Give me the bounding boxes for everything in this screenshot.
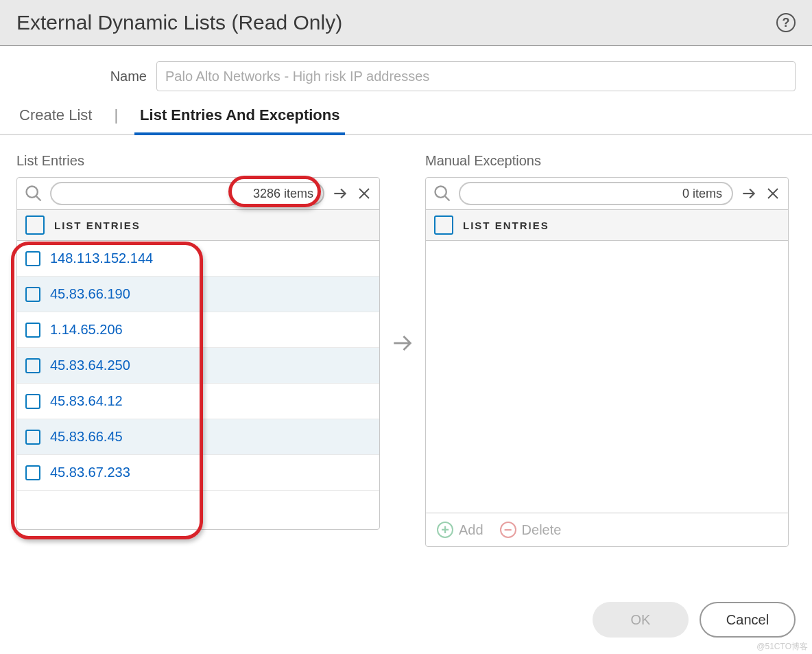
apply-filter-icon[interactable] — [331, 185, 349, 202]
manual-exceptions-column-label: LIST ENTRIES — [463, 220, 549, 231]
name-row: Name — [0, 46, 812, 98]
list-entry-row[interactable]: 45.83.67.233 — [17, 455, 379, 491]
search-icon[interactable] — [24, 184, 43, 203]
add-label: Add — [459, 522, 483, 538]
ip-address[interactable]: 148.113.152.144 — [50, 250, 153, 266]
manual-exceptions-footer: + Add − Delete — [426, 513, 788, 546]
row-checkbox[interactable] — [25, 430, 40, 445]
apply-filter-icon[interactable] — [740, 185, 758, 202]
manual-exceptions-column-header: LIST ENTRIES — [426, 210, 788, 241]
row-checkbox[interactable] — [25, 251, 40, 266]
manual-exceptions-label: Manual Exceptions — [425, 153, 789, 169]
name-label: Name — [16, 69, 147, 84]
list-entries-panel: List Entries 3286 items — [16, 153, 380, 530]
manual-exceptions-count-pill[interactable]: 0 items — [459, 182, 733, 205]
ip-address[interactable]: 45.83.64.250 — [50, 358, 130, 373]
tab-list-entries[interactable]: List Entries And Exceptions — [137, 98, 342, 134]
ip-address[interactable]: 45.83.66.45 — [50, 429, 123, 445]
select-all-checkbox[interactable] — [25, 215, 45, 235]
list-entry-row[interactable]: 45.83.64.12 — [17, 384, 379, 419]
dialog-title: External Dynamic Lists (Read Only) — [16, 11, 342, 34]
clear-filter-icon[interactable] — [765, 185, 781, 202]
add-button[interactable]: + Add — [437, 522, 483, 538]
manual-exceptions-search-bar: 0 items — [426, 178, 788, 210]
row-checkbox[interactable] — [25, 394, 40, 409]
list-entries-column-label: LIST ENTRIES — [54, 220, 141, 231]
watermark: @51CTO博客 — [756, 641, 808, 653]
delete-label: Delete — [522, 522, 562, 538]
ip-address[interactable]: 45.83.66.190 — [50, 286, 130, 302]
svg-point-0 — [27, 187, 38, 198]
search-icon[interactable] — [433, 184, 452, 203]
tabs: Create List | List Entries And Exception… — [0, 98, 812, 135]
move-right-icon[interactable] — [391, 153, 414, 358]
delete-button[interactable]: − Delete — [500, 522, 562, 538]
ip-address[interactable]: 1.14.65.206 — [50, 322, 123, 338]
list-entries-box: 3286 items LIST ENTRIES 148.113.152.1444… — [16, 177, 380, 530]
manual-exceptions-panel: Manual Exceptions 0 items — [425, 153, 789, 547]
tab-create-list[interactable]: Create List — [16, 98, 95, 134]
row-checkbox[interactable] — [25, 287, 40, 302]
row-checkbox[interactable] — [25, 358, 40, 373]
dialog-footer: OK Cancel — [593, 602, 796, 638]
list-entries-rows: 148.113.152.14445.83.66.1901.14.65.20645… — [17, 241, 379, 529]
list-entries-search-bar: 3286 items — [17, 178, 379, 210]
edl-dialog: External Dynamic Lists (Read Only) ? Nam… — [0, 0, 812, 654]
plus-icon: + — [437, 522, 453, 538]
tab-separator: | — [114, 106, 118, 134]
list-entry-row[interactable]: 45.83.64.250 — [17, 348, 379, 384]
ip-address[interactable]: 45.83.67.233 — [50, 465, 130, 480]
list-entry-row[interactable]: 45.83.66.45 — [17, 419, 379, 455]
minus-icon: − — [500, 522, 516, 538]
ok-button[interactable]: OK — [593, 602, 689, 638]
cancel-button[interactable]: Cancel — [700, 602, 796, 638]
list-entry-row[interactable]: 148.113.152.144 — [17, 241, 379, 277]
list-entry-row[interactable]: 1.14.65.206 — [17, 312, 379, 348]
ip-address[interactable]: 45.83.64.12 — [50, 393, 123, 409]
row-checkbox[interactable] — [25, 465, 40, 480]
dialog-header: External Dynamic Lists (Read Only) ? — [0, 0, 812, 46]
manual-exceptions-rows — [426, 241, 788, 513]
row-checkbox[interactable] — [25, 323, 40, 338]
clear-filter-icon[interactable] — [356, 185, 372, 202]
manual-exceptions-count: 0 items — [682, 187, 722, 201]
list-entries-column-header: LIST ENTRIES — [17, 210, 379, 241]
panels: List Entries 3286 items — [0, 135, 812, 547]
list-entries-label: List Entries — [16, 153, 380, 169]
svg-line-1 — [36, 196, 40, 200]
manual-exceptions-box: 0 items LIST ENTRIES + — [425, 177, 789, 547]
svg-line-7 — [445, 196, 449, 200]
help-icon[interactable]: ? — [776, 13, 796, 32]
list-entry-row[interactable]: 45.83.66.190 — [17, 277, 379, 312]
svg-point-6 — [435, 187, 446, 198]
list-entries-count-pill[interactable]: 3286 items — [50, 182, 324, 205]
list-entries-count: 3286 items — [253, 187, 313, 201]
name-input — [156, 61, 796, 91]
select-all-checkbox[interactable] — [434, 215, 453, 235]
